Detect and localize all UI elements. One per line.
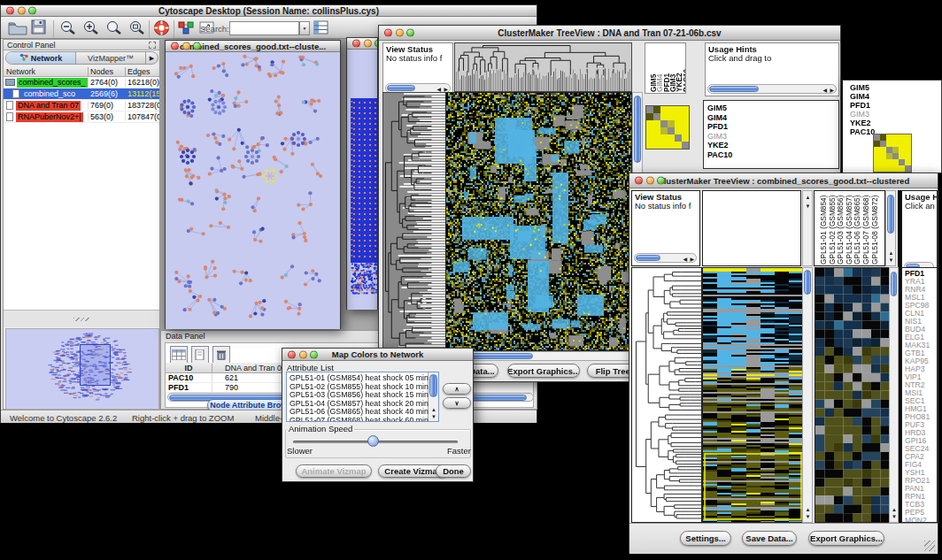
network-canvas[interactable] <box>166 52 340 329</box>
treeview2-collabel-vscrollbar[interactable]: ▲ ▼ <box>885 190 896 266</box>
treeview2-zoom-vscrollbar[interactable]: ▲ ▼ <box>889 267 899 523</box>
maximize-icon[interactable] <box>374 40 377 48</box>
scroll-up-icon[interactable]: ▲ <box>889 250 894 256</box>
done-button[interactable]: Done <box>436 464 471 478</box>
export-graphics-button[interactable]: Export Graphics... <box>808 531 884 546</box>
treeview2-row-dendrogram[interactable] <box>631 267 702 523</box>
treeview1-titlebar[interactable]: ClusterMaker TreeView : DNA and Tran 07-… <box>379 26 840 41</box>
maximize-icon[interactable] <box>193 42 201 50</box>
zoom-fit-icon[interactable] <box>105 19 123 40</box>
treeview2-titlebar[interactable]: ClusterMaker TreeView : combined_scores_… <box>629 173 938 188</box>
attribute-list-item[interactable]: GPL51-07 (GSM868) heat shock 60 min <box>290 417 429 422</box>
treeview2-top-scroll-strip[interactable]: ▲ ▼ <box>802 190 813 266</box>
column-label[interactable]: GPL51-07 (GSM868) <box>862 196 869 265</box>
grid-network-canvas[interactable] <box>347 50 377 310</box>
column-label[interactable]: GPL51-01 (GSM854) <box>820 196 827 265</box>
scroll-right-icon[interactable]: ▶ <box>690 257 694 262</box>
attribute-list-vscrollbar[interactable]: ▲ ▼ <box>428 372 438 421</box>
network-view-titlebar[interactable]: combined_scores_good.txt--cluste... <box>166 41 340 52</box>
settings-button[interactable]: Settings... <box>680 531 731 546</box>
minimize-icon[interactable] <box>364 40 372 48</box>
minimize-icon[interactable] <box>646 177 654 185</box>
scroll-down-icon[interactable]: ▼ <box>806 203 811 209</box>
minimize-icon[interactable] <box>396 29 404 37</box>
gene-label[interactable]: YKE2 <box>850 119 871 127</box>
gene-label[interactable]: GIM3 <box>707 133 727 141</box>
speed-slider-thumb[interactable] <box>367 435 379 447</box>
column-label[interactable]: GPL51-06 (GSM865) <box>853 196 861 265</box>
scroll-right-icon[interactable]: ▶ <box>830 88 834 93</box>
attribute-browser-icon[interactable] <box>313 20 329 39</box>
animate-vizmap-button[interactable]: Animate Vizmap <box>296 464 372 478</box>
column-label[interactable]: GPL51-08 (GSM872) <box>871 196 878 265</box>
scrollbar-thumb[interactable] <box>429 374 437 397</box>
scrollbar-thumb[interactable] <box>887 195 894 234</box>
column-label[interactable]: GPL51-02 (GSM855) <box>829 196 836 265</box>
scroll-down-icon[interactable]: ▼ <box>889 257 894 263</box>
gene-label[interactable]: PFD1 <box>850 102 870 110</box>
float-panel-icon[interactable] <box>149 42 156 49</box>
scrollbar-thumb[interactable] <box>634 96 641 163</box>
treeview1-column-dendrogram[interactable] <box>454 42 632 92</box>
close-icon[interactable] <box>635 177 643 185</box>
gene-label[interactable]: GIM5 <box>850 84 869 92</box>
side-zoom-heatmap[interactable] <box>873 134 912 173</box>
open-file-icon[interactable] <box>8 19 27 39</box>
resize-grip-icon[interactable] <box>924 541 935 551</box>
scrollbar-thumb[interactable] <box>891 272 897 296</box>
close-icon[interactable] <box>288 350 296 358</box>
close-icon[interactable] <box>171 42 179 50</box>
gene-label[interactable]: YKE2 <box>707 142 729 150</box>
treeview1-zoom-heatmap[interactable] <box>645 105 690 150</box>
treeview2-zoom-heatmap[interactable] <box>815 267 891 523</box>
zoom-out-icon[interactable] <box>59 19 77 40</box>
main-titlebar[interactable]: Cytoscape Desktop (Session Name: collins… <box>1 5 537 17</box>
maximize-icon[interactable] <box>406 29 414 37</box>
tab-overflow-icon[interactable]: ▶ <box>145 52 158 64</box>
network-tree-row[interactable]: combined_sco2569(6)13112(15) <box>4 88 159 100</box>
scrollbar-thumb[interactable] <box>636 255 660 261</box>
dialog-titlebar[interactable]: Map Colors to Network <box>282 349 473 361</box>
minimize-icon[interactable] <box>299 350 307 358</box>
network-tree-row[interactable]: RNAPuberNov2+|563(0)107847(0) <box>4 111 159 123</box>
column-label[interactable]: GPL51-03 (GSM856) <box>837 196 844 265</box>
gene-label[interactable]: GIM3 <box>850 111 869 119</box>
column-label[interactable]: PAC10 <box>683 69 687 92</box>
zoom-selected-icon[interactable] <box>128 19 146 40</box>
splitter-grip-icon[interactable] <box>73 318 89 321</box>
zoom-in-icon[interactable] <box>82 19 100 40</box>
scroll-up-icon[interactable]: ▲ <box>806 195 811 200</box>
maximize-icon[interactable] <box>28 7 36 15</box>
treeview2-column-dendrogram-area[interactable] <box>702 190 801 266</box>
gene-label[interactable]: GIM4 <box>850 93 869 101</box>
close-icon[interactable] <box>384 29 392 37</box>
gene-label[interactable]: PFD1 <box>707 123 728 131</box>
minimize-icon[interactable] <box>182 42 190 50</box>
help-lifering-icon[interactable] <box>153 19 170 40</box>
search-input[interactable] <box>229 21 299 35</box>
close-icon[interactable] <box>6 7 14 15</box>
treeview1-global-heatmap[interactable] <box>445 92 632 351</box>
network-tree-row[interactable]: DNA and Tran 07769(0)183728(0) <box>4 100 159 111</box>
move-down-button[interactable]: ∨ <box>443 397 471 409</box>
scroll-left-icon[interactable]: ◀ <box>436 87 441 92</box>
gene-label[interactable]: MON2 <box>905 517 927 523</box>
treeview1-row-dendrogram[interactable] <box>382 92 446 351</box>
usage-hints-hscrollbar[interactable]: ◀ ▶ <box>707 84 837 94</box>
scroll-down-icon[interactable]: ▼ <box>806 514 811 519</box>
minimize-icon[interactable] <box>18 7 26 15</box>
save-icon[interactable] <box>31 19 47 39</box>
scroll-left-icon[interactable]: ◀ <box>822 88 827 93</box>
save-data-button[interactable]: Save Data... <box>742 531 797 546</box>
scroll-down-icon[interactable]: ▼ <box>431 414 436 419</box>
grid-network-titlebar[interactable] <box>347 38 377 50</box>
gene-label[interactable]: GIM4 <box>707 114 727 122</box>
scroll-down-icon[interactable]: ▼ <box>892 514 897 519</box>
scroll-up-icon[interactable]: ▲ <box>892 507 897 512</box>
scroll-left-icon[interactable]: ◀ <box>683 257 687 262</box>
maximize-icon[interactable] <box>657 177 665 185</box>
network-tree-row[interactable]: combined_scores_2764(0)16218(0) <box>4 77 159 88</box>
maximize-icon[interactable] <box>310 350 318 358</box>
gene-label[interactable]: GIM5 <box>707 104 727 112</box>
panel-splitter[interactable] <box>4 310 159 327</box>
